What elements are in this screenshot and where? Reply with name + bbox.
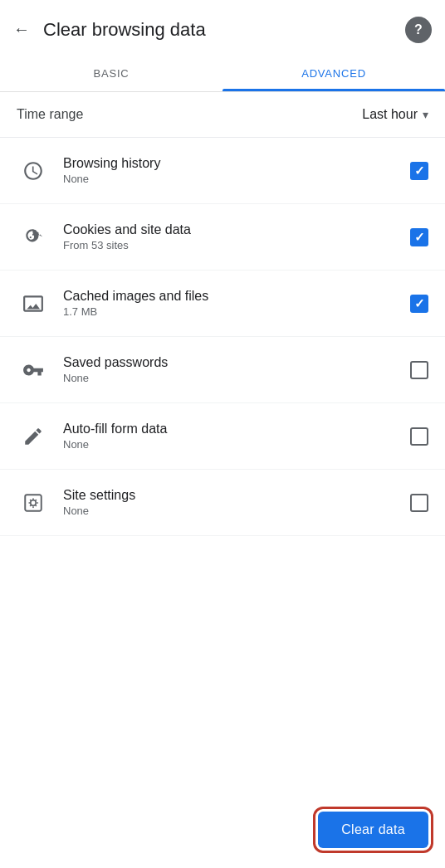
pen-icon [17,426,50,447]
cached-text: Cached images and files 1.7 MB [50,289,410,318]
autofill-subtitle: None [63,438,410,451]
cookies-subtitle: From 53 sites [63,239,410,251]
clock-icon [17,160,50,182]
cookies-checkbox[interactable] [410,228,428,246]
key-icon [17,359,50,381]
chevron-down-icon: ▾ [423,108,428,121]
header: ← Clear browsing data ? [0,0,445,56]
cached-subtitle: 1.7 MB [63,305,410,318]
cookie-icon [17,227,50,248]
help-button[interactable]: ? [405,17,432,43]
passwords-subtitle: None [63,372,410,384]
browsing-history-title: Browsing history [63,156,410,171]
browsing-history-text: Browsing history None [50,156,410,185]
site-settings-checkbox[interactable] [410,494,428,512]
browsing-history-checkbox[interactable] [410,162,428,180]
cached-title: Cached images and files [63,289,410,304]
clear-data-button[interactable]: Clear data [318,812,428,848]
svg-point-1 [31,500,37,505]
tab-basic[interactable]: BASIC [0,56,222,91]
header-left: ← Clear browsing data [7,13,206,46]
autofill-title: Auto-fill form data [63,422,410,436]
cookies-text: Cookies and site data From 53 sites [50,222,410,251]
button-area: Clear data [318,812,428,848]
passwords-checkbox[interactable] [410,361,428,379]
passwords-text: Saved passwords None [50,355,410,384]
cached-checkbox[interactable] [410,295,428,313]
cookies-title: Cookies and site data [63,222,410,237]
site-settings-text: Site settings None [50,488,410,517]
autofill-checkbox[interactable] [410,427,428,446]
back-button[interactable]: ← [7,13,37,46]
list-item-autofill: Auto-fill form data None [0,403,445,470]
list-item-site-settings: Site settings None [0,470,445,536]
image-icon [17,293,50,315]
site-settings-subtitle: None [63,505,410,517]
page-title: Clear browsing data [43,19,206,41]
site-settings-title: Site settings [63,488,410,503]
tabs-container: BASIC ADVANCED [0,56,445,92]
settings-icon [17,492,50,514]
browsing-history-subtitle: None [63,173,410,185]
autofill-text: Auto-fill form data None [50,422,410,451]
time-range-select[interactable]: Last hour ▾ [362,107,428,122]
passwords-title: Saved passwords [63,355,410,370]
time-range-row: Time range Last hour ▾ [0,92,445,138]
list-item-cached: Cached images and files 1.7 MB [0,271,445,337]
time-range-label: Time range [17,107,83,122]
list-item-cookies: Cookies and site data From 53 sites [0,204,445,271]
time-range-value: Last hour [362,107,418,122]
svg-rect-0 [25,495,42,511]
tab-advanced[interactable]: ADVANCED [222,56,445,91]
list-item-browsing-history: Browsing history None [0,138,445,204]
list-item-passwords: Saved passwords None [0,337,445,403]
